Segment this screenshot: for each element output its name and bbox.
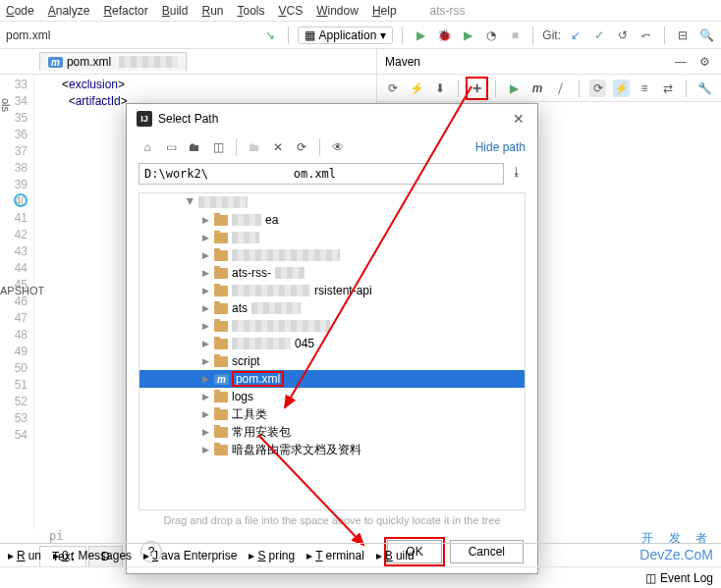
pixelated-region	[232, 338, 291, 349]
tree-row[interactable]: ▶045	[139, 335, 525, 352]
file-tab-pom[interactable]: m pom.xml	[39, 52, 187, 71]
select-path-dialog: IJ Select Path ✕ ⌂ ▭ 🖿 ◫ 🖿 ✕ ⟳ 👁 Hide pa…	[126, 103, 538, 574]
pixelated-region	[275, 267, 305, 279]
tree-label: 工具类	[232, 406, 267, 423]
folder-icon	[214, 321, 228, 332]
menu-build[interactable]: Build	[162, 4, 189, 18]
history-dropdown-icon[interactable]: ⭳	[508, 163, 526, 181]
bottom-tab-java-enterprise[interactable]: ▸Java Enterprise	[143, 549, 237, 562]
project-icon[interactable]: 🖿	[186, 138, 203, 156]
menu-window[interactable]: Window	[316, 4, 359, 18]
file-tab-label: pom.xml	[67, 55, 111, 69]
pixelated-region	[198, 196, 248, 208]
debug-icon[interactable]: 🐞	[435, 27, 453, 44]
settings-icon[interactable]: 🔧	[696, 80, 713, 97]
refresh-icon[interactable]: ⟳	[385, 80, 402, 97]
desktop-icon[interactable]: ▭	[162, 138, 180, 156]
tree-row[interactable]: ▶常用安装包	[139, 423, 525, 441]
bottom-tab-0--messages[interactable]: ▸0: Messages	[53, 549, 132, 562]
new-folder-icon[interactable]: 🖿	[246, 138, 263, 156]
git-commit-icon[interactable]: ✓	[590, 27, 608, 44]
menu-help[interactable]: Help	[372, 4, 397, 18]
dialog-title: Select Path	[158, 112, 218, 126]
tree-row[interactable]: ▶rsistent-api	[139, 282, 525, 299]
run-maven-icon[interactable]: ▶	[506, 80, 523, 97]
tree-row[interactable]: ▶暗盘路由需求文档及资料	[139, 441, 525, 458]
tree-row[interactable]: ▶工具类	[139, 405, 525, 423]
tree-row[interactable]: ▶	[139, 317, 525, 335]
tab-icon: ▸	[143, 549, 149, 562]
tree-label-suffix: rsistent-api	[314, 284, 372, 297]
home-icon[interactable]: ⌂	[139, 138, 156, 156]
event-log-link[interactable]: ◫ Event Log	[645, 571, 713, 585]
refresh-dialog-icon[interactable]: ⟳	[293, 138, 310, 156]
hide-path-link[interactable]: Hide path	[475, 140, 526, 154]
menu-analyze[interactable]: Analyze	[48, 4, 90, 18]
profile-icon[interactable]: ◔	[482, 27, 500, 44]
pixelated-region	[232, 285, 310, 296]
tree-row[interactable]: ▶script	[139, 352, 525, 370]
run-config-select[interactable]: ▦ Application ▾	[298, 27, 394, 44]
menu-code[interactable]: Code	[6, 4, 34, 18]
run-icon[interactable]: ▶	[412, 27, 429, 44]
download-icon[interactable]: ⬇	[432, 80, 449, 97]
close-icon[interactable]: ✕	[510, 110, 527, 128]
bottom-tab-terminal[interactable]: ▸Terminal	[306, 549, 364, 562]
tree-row[interactable]: ▶ea	[139, 211, 525, 229]
collapse-icon[interactable]: ≡	[637, 80, 653, 97]
bottom-tab-build[interactable]: ▸Build	[376, 549, 415, 562]
file-tree[interactable]: ▶▶ea▶▶▶ats-rss-▶rsistent-api▶ats▶▶045▶sc…	[139, 192, 526, 510]
offline-icon[interactable]: ⚡	[613, 80, 630, 97]
tree-label: script	[232, 354, 260, 368]
menu-refactor[interactable]: Refactor	[103, 4, 147, 18]
intellij-icon: IJ	[137, 111, 152, 127]
expand-icon[interactable]: ⇄	[659, 80, 676, 97]
hammer-icon[interactable]: ↘	[261, 27, 279, 44]
tree-row[interactable]: ▶	[139, 229, 525, 246]
maven-title: Maven	[385, 55, 420, 69]
show-hidden-icon[interactable]: 👁	[329, 138, 347, 156]
bottom-tool-tabs: ▸Run▸0: Messages▸Java Enterprise▸Spring▸…	[0, 543, 721, 566]
pixelated-region	[232, 320, 330, 332]
maven-file-icon: m	[214, 374, 229, 385]
tree-row[interactable]: ▶	[139, 246, 525, 264]
menu-tools[interactable]: Tools	[238, 4, 265, 18]
tree-label: ats-rss-	[232, 266, 271, 280]
search-icon[interactable]: 🔍	[697, 27, 715, 44]
tree-row[interactable]: ▶	[139, 193, 525, 211]
m-icon[interactable]: m	[529, 80, 546, 97]
folder-icon	[214, 286, 228, 296]
folder-icon	[214, 445, 228, 455]
tree-row[interactable]: ▶logs	[139, 388, 525, 405]
git-history-icon[interactable]: ↺	[614, 27, 632, 44]
git-update-icon[interactable]: ↙	[567, 27, 584, 44]
folder-icon	[214, 268, 228, 279]
breadcrumb[interactable]: pom.xml	[6, 28, 261, 42]
git-revert-icon[interactable]: ⤺	[638, 27, 655, 44]
menu-run[interactable]: Run	[201, 4, 223, 18]
add-maven-project-icon[interactable]: +	[469, 80, 485, 97]
generate-icon[interactable]: ⚡	[409, 80, 425, 97]
tree-label: 暗盘路由需求文档及资料	[232, 442, 361, 458]
cycle-icon[interactable]: ⟳	[589, 80, 606, 97]
delete-icon[interactable]: ✕	[269, 138, 287, 156]
tree-row[interactable]: ▶ats-rss-	[139, 264, 525, 282]
tree-label: ats	[232, 301, 248, 315]
tree-row-selected[interactable]: ▶mpom.xml	[139, 370, 525, 388]
module-icon[interactable]: ◫	[209, 138, 227, 156]
stop-icon[interactable]: ■	[506, 27, 524, 44]
tree-label: pom.xml	[233, 372, 283, 386]
bottom-tab-run[interactable]: ▸Run	[8, 549, 41, 562]
coverage-icon[interactable]: ▶	[459, 27, 476, 44]
hide-icon[interactable]: —	[672, 53, 690, 71]
bottom-tab-spring[interactable]: ▸Spring	[249, 549, 295, 562]
tree-row[interactable]: ▶ats	[139, 299, 525, 317]
folder-icon	[214, 233, 228, 243]
structure-icon[interactable]: ⊟	[674, 27, 692, 44]
path-input[interactable]	[139, 163, 504, 185]
folder-icon	[214, 339, 228, 349]
gear-icon[interactable]: ⚙	[695, 53, 713, 71]
toggle-skip-icon[interactable]: ⧸	[552, 80, 569, 97]
menu-vcs[interactable]: VCS	[279, 4, 304, 18]
left-cut-label2: APSHOT	[0, 285, 44, 296]
